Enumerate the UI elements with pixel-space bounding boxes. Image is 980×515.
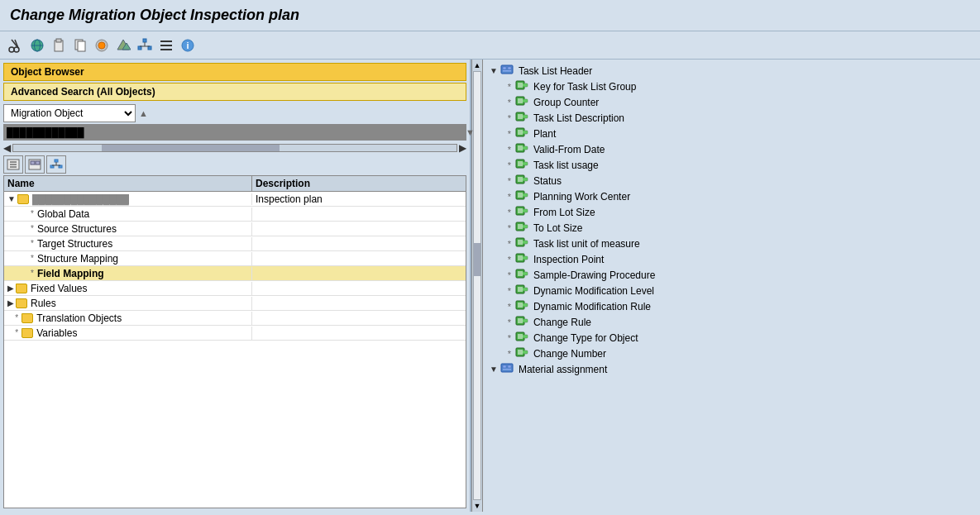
tree-cell-desc: [252, 258, 466, 260]
expand-triangle-material[interactable]: ▼: [490, 365, 498, 374]
translation-objects-label: Translation Objects: [36, 312, 122, 324]
table-row[interactable]: ▼ ███████████████ Inspection plan: [4, 192, 466, 207]
folder-icon: [17, 194, 29, 204]
group-counter-label: Group Counter: [533, 97, 599, 108]
list-item[interactable]: * Task list unit of measure: [490, 236, 973, 251]
bullet-icon: *: [15, 328, 18, 337]
list-item[interactable]: * Change Number: [490, 346, 973, 361]
svg-rect-17: [148, 46, 151, 50]
list-item[interactable]: * From Lot Size: [490, 204, 973, 220]
toolbar-cut[interactable]: [7, 36, 25, 55]
nav-btn-2[interactable]: [25, 155, 45, 174]
toolbar-mountain[interactable]: [114, 36, 132, 55]
list-item[interactable]: ▼ Task List Header: [490, 63, 973, 79]
list-item[interactable]: * Valid-From Date: [490, 141, 973, 157]
list-item[interactable]: ▼ Material assignment: [490, 361, 973, 377]
list-item[interactable]: * Plant: [490, 126, 973, 141]
svg-rect-127: [522, 350, 528, 354]
svg-rect-82: [522, 209, 528, 212]
field-node-icon: [515, 331, 528, 345]
material-node-icon: [500, 362, 514, 376]
migration-object-dropdown[interactable]: Migration Object: [3, 104, 136, 122]
table-row[interactable]: * Variables: [4, 326, 466, 341]
list-item[interactable]: * Dynamic Modification Level: [490, 283, 973, 298]
folder-icon: [22, 328, 33, 338]
field-bullet: *: [508, 113, 511, 123]
nav-btn-1[interactable]: [3, 155, 23, 174]
scroll-up[interactable]: ▲: [474, 61, 481, 69]
indent-space: [21, 238, 29, 250]
toolbar-globe[interactable]: [28, 36, 46, 55]
list-item[interactable]: * Task List Description: [490, 110, 973, 126]
toolbar-info[interactable]: i: [179, 36, 197, 55]
table-row[interactable]: * Field Mapping: [4, 266, 466, 281]
indent-space: [500, 175, 505, 187]
valid-from-date-label: Valid-From Date: [533, 144, 605, 155]
table-row[interactable]: ▶ Fixed Values: [4, 281, 466, 296]
scroll-down[interactable]: ▼: [474, 502, 481, 510]
list-item[interactable]: * Change Type for Object: [490, 330, 973, 346]
table-row[interactable]: * Source Structures: [4, 222, 466, 236]
list-item[interactable]: * Sample-Drawing Procedure: [490, 267, 973, 283]
horiz-scroll-row: ◀ ▶: [3, 142, 466, 154]
list-item[interactable]: * Group Counter: [490, 94, 973, 110]
field-bullet: *: [508, 129, 511, 139]
left-panel: Object Browser Advanced Search (All Obje…: [0, 60, 471, 512]
svg-rect-107: [522, 288, 528, 291]
horiz-scrollbar[interactable]: [12, 144, 457, 152]
tree-cell-desc: [252, 317, 466, 319]
table-row[interactable]: * Global Data: [4, 207, 466, 222]
field-node-icon: [515, 174, 528, 188]
bullet-icon: *: [31, 269, 34, 278]
list-item[interactable]: * Dynamic Modification Rule: [490, 298, 973, 314]
field-node-icon: [515, 142, 528, 156]
col-name-header: Name: [4, 176, 252, 191]
field-node-icon: [515, 299, 528, 313]
toolbar-hierarchy[interactable]: [136, 36, 154, 55]
nav-btn-3[interactable]: [46, 155, 66, 174]
tree-cell-desc: [252, 303, 466, 304]
material-assignment-label: Material assignment: [519, 364, 607, 375]
expand-arrow[interactable]: ▶: [7, 284, 14, 293]
toolbar-circle[interactable]: [93, 36, 111, 55]
table-row[interactable]: * Translation Objects: [4, 311, 466, 326]
list-item[interactable]: * Inspection Point: [490, 251, 973, 267]
field-node-icon: [515, 189, 528, 203]
list-item[interactable]: * To Lot Size: [490, 220, 973, 236]
scroll-left-btn[interactable]: ◀: [3, 142, 11, 154]
list-item[interactable]: * Key for Task List Group: [490, 79, 973, 94]
table-row[interactable]: * Structure Mapping: [4, 251, 466, 266]
table-row[interactable]: * Target Structures: [4, 236, 466, 251]
expand-arrow[interactable]: ▼: [7, 194, 16, 203]
expand-triangle-header[interactable]: ▼: [490, 66, 498, 75]
indent-space: [500, 112, 505, 124]
indent-space: [500, 160, 505, 171]
svg-rect-132: [503, 365, 506, 368]
indent-space: [500, 191, 505, 203]
toolbar-menu[interactable]: [157, 36, 175, 55]
scroll-up-arrow[interactable]: ▲: [139, 108, 148, 118]
svg-rect-47: [522, 99, 528, 103]
object-browser-header[interactable]: Object Browser: [3, 63, 466, 81]
indent-space: [500, 81, 505, 93]
indent-space: [500, 207, 505, 218]
list-item[interactable]: * Status: [490, 173, 973, 188]
table-row[interactable]: ▶ Rules: [4, 296, 466, 311]
list-item[interactable]: * Task list usage: [490, 157, 973, 173]
field-bullet: *: [508, 223, 511, 233]
scroll-right-btn[interactable]: ▶: [459, 142, 466, 154]
toolbar-pages[interactable]: [71, 36, 89, 55]
tree-cell-name: ▶ Fixed Values: [4, 282, 252, 295]
advanced-search-header[interactable]: Advanced Search (All Objects): [3, 83, 466, 101]
nav-row: [3, 155, 466, 174]
vertical-scrollbar[interactable]: ▲ ▼: [471, 60, 483, 512]
tree-cell-desc: [252, 332, 466, 334]
toolbar-clipboard[interactable]: [50, 36, 68, 55]
expand-arrow[interactable]: ▶: [7, 298, 14, 308]
scrollbar-track[interactable]: [473, 71, 481, 500]
list-item[interactable]: * Planning Work Center: [490, 188, 973, 204]
indent-space: [11, 312, 13, 324]
list-item[interactable]: * Change Rule: [490, 314, 973, 330]
indent-space: [500, 254, 505, 265]
search-input-bar[interactable]: ████████████: [3, 124, 466, 141]
